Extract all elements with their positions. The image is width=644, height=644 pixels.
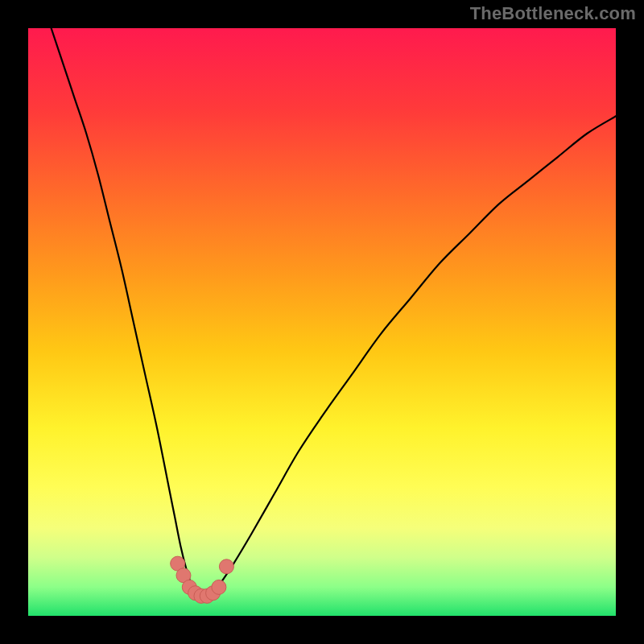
- plot-area: [27, 27, 617, 617]
- curve-dot: [206, 586, 221, 601]
- curve-left-branch: [51, 27, 198, 599]
- curve-dot: [176, 568, 191, 583]
- curve-dot: [194, 588, 208, 603]
- curve-dot: [182, 580, 196, 594]
- chart-frame: TheBottleneck.com: [0, 0, 644, 644]
- curve-layer: [27, 27, 617, 617]
- curve-dot: [188, 586, 203, 601]
- curve-right-branch: [210, 116, 617, 599]
- curve-dot: [219, 559, 233, 574]
- curve-dot: [171, 556, 185, 571]
- bottom-dots: [171, 556, 234, 603]
- watermark-label: TheBottleneck.com: [470, 3, 636, 24]
- curve-dot: [212, 580, 226, 594]
- curve-dot: [200, 588, 214, 603]
